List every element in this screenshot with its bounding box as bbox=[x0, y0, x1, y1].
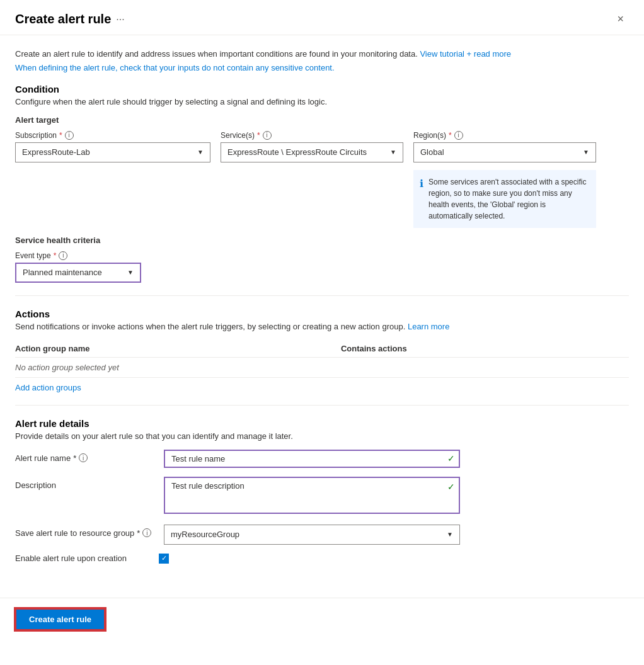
enable-checkbox[interactable]: ✓ bbox=[159, 554, 169, 564]
regions-group: Region(s) * i Global ▼ ℹ Some services a… bbox=[413, 131, 596, 228]
enable-checkbox-row: Enable alert rule upon creation ✓ bbox=[15, 554, 629, 564]
rule-name-info-icon[interactable]: i bbox=[79, 453, 88, 462]
create-alert-rule-panel: Create alert rule ··· × Create an alert … bbox=[0, 0, 644, 665]
description-label: Description bbox=[15, 477, 154, 490]
description-input-col: ✓ bbox=[164, 477, 460, 516]
create-alert-rule-button[interactable]: Create alert rule bbox=[15, 608, 105, 630]
event-type-group: Event type * i Planned maintenance ▼ bbox=[15, 251, 629, 283]
subscription-group: Subscription * i ExpressRoute-Lab ▼ bbox=[15, 131, 210, 162]
subscription-chevron-icon: ▼ bbox=[197, 149, 204, 156]
subscription-label: Subscription * i bbox=[15, 131, 210, 140]
enable-label: Enable alert rule upon creation bbox=[15, 554, 154, 563]
service-health-section: Service health criteria Event type * i P… bbox=[15, 236, 629, 283]
close-button[interactable]: × bbox=[612, 10, 629, 28]
rule-name-wrapper: ✓ bbox=[164, 450, 460, 468]
panel-body: Create an alert rule to identify and add… bbox=[0, 35, 644, 598]
resource-group-dropdown[interactable]: myResourceGroup ▼ bbox=[164, 525, 460, 545]
condition-section-desc: Configure when the alert rule should tri… bbox=[15, 97, 629, 106]
event-type-dropdown[interactable]: Planned maintenance ▼ bbox=[15, 263, 141, 283]
services-label: Service(s) * i bbox=[221, 131, 403, 140]
resource-group-row: Save alert rule to resource group * i my… bbox=[15, 525, 629, 545]
alert-target-row: Subscription * i ExpressRoute-Lab ▼ Serv… bbox=[15, 131, 629, 228]
view-tutorial-link[interactable]: View tutorial + read more bbox=[420, 49, 511, 59]
subscription-info-icon[interactable]: i bbox=[65, 131, 74, 140]
resource-group-info-icon[interactable]: i bbox=[142, 528, 151, 537]
regions-dropdown[interactable]: Global ▼ bbox=[413, 142, 596, 162]
rule-name-input-col: ✓ bbox=[164, 450, 460, 468]
actions-section-title: Actions bbox=[15, 309, 629, 319]
panel-footer: Create alert rule bbox=[0, 598, 644, 640]
description-input[interactable] bbox=[164, 477, 460, 514]
learn-more-link[interactable]: Learn more bbox=[408, 322, 449, 331]
service-health-title: Service health criteria bbox=[15, 236, 629, 245]
resource-group-input-col: myResourceGroup ▼ bbox=[164, 525, 460, 545]
description-wrapper: ✓ bbox=[164, 477, 460, 516]
event-type-chevron-icon: ▼ bbox=[127, 269, 134, 276]
event-type-info-icon[interactable]: i bbox=[59, 251, 67, 260]
panel-title: Create alert rule bbox=[15, 12, 111, 26]
contains-actions-header: Contains actions bbox=[341, 340, 629, 358]
regions-info-icon[interactable]: i bbox=[454, 131, 463, 140]
info-circle-icon: ℹ bbox=[420, 176, 423, 222]
resource-group-chevron-icon: ▼ bbox=[447, 531, 453, 538]
regions-label: Region(s) * i bbox=[413, 131, 596, 140]
intro-text: Create an alert rule to identify and add… bbox=[15, 48, 629, 60]
regions-chevron-icon: ▼ bbox=[583, 149, 589, 156]
alert-target-title: Alert target bbox=[15, 115, 629, 125]
services-dropdown[interactable]: ExpressRoute \ ExpressRoute Circuits ▼ bbox=[221, 142, 403, 162]
action-group-name-header: Action group name bbox=[15, 340, 341, 358]
actions-table: Action group name Contains actions No ac… bbox=[15, 340, 629, 378]
details-section-desc: Provide details on your alert rule so th… bbox=[15, 431, 629, 441]
description-row: Description ✓ bbox=[15, 477, 629, 516]
services-chevron-icon: ▼ bbox=[390, 149, 396, 156]
regions-info-box: ℹ Some services aren't associated with a… bbox=[413, 170, 596, 228]
event-type-label: Event type * i bbox=[15, 251, 629, 260]
details-section-title: Alert rule details bbox=[15, 418, 629, 429]
subscription-dropdown[interactable]: ExpressRoute-Lab ▼ bbox=[15, 142, 210, 162]
rule-name-row: Alert rule name * i ✓ bbox=[15, 450, 629, 468]
services-group: Service(s) * i ExpressRoute \ ExpressRou… bbox=[221, 131, 403, 162]
condition-section-title: Condition bbox=[15, 84, 629, 94]
rule-name-label: Alert rule name * i bbox=[15, 450, 154, 463]
rule-name-check-icon: ✓ bbox=[447, 453, 455, 463]
ellipsis-menu[interactable]: ··· bbox=[116, 14, 124, 25]
description-check-icon: ✓ bbox=[447, 482, 455, 492]
actions-section-desc: Send notifications or invoke actions whe… bbox=[15, 322, 629, 331]
services-info-icon[interactable]: i bbox=[263, 131, 272, 140]
no-action-text: No action group selected yet bbox=[15, 357, 629, 377]
sensitive-warning: When defining the alert rule, check that… bbox=[15, 63, 629, 72]
rule-name-input[interactable] bbox=[164, 450, 460, 468]
add-action-groups-link[interactable]: Add action groups bbox=[15, 383, 81, 392]
panel-header: Create alert rule ··· × bbox=[0, 0, 644, 35]
resource-group-label: Save alert rule to resource group * i bbox=[15, 525, 154, 538]
checkbox-checkmark-icon: ✓ bbox=[161, 554, 167, 562]
no-action-row: No action group selected yet bbox=[15, 357, 629, 377]
